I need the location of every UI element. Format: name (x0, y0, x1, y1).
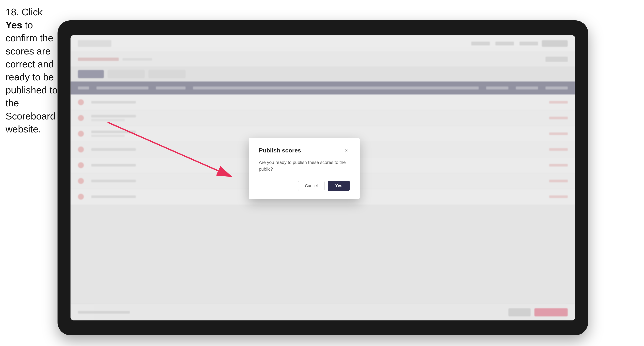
cancel-button[interactable]: Cancel (298, 180, 324, 191)
modal-title: Publish scores (259, 147, 301, 154)
step-number: 18. (6, 7, 19, 17)
modal-body-text: Are you ready to publish these scores to… (259, 159, 350, 173)
bold-yes: Yes (6, 20, 22, 30)
instruction-text: 18. Click Yes to confirm the scores are … (6, 5, 59, 136)
tablet-screen: Publish scores × Are you ready to publis… (70, 35, 575, 321)
publish-scores-modal: Publish scores × Are you ready to publis… (248, 138, 360, 199)
tablet-device: Publish scores × Are you ready to publis… (58, 20, 588, 335)
modal-close-button[interactable]: × (343, 147, 350, 154)
modal-header: Publish scores × (259, 147, 350, 154)
yes-button[interactable]: Yes (328, 180, 350, 191)
modal-overlay: Publish scores × Are you ready to publis… (70, 35, 575, 321)
modal-footer: Cancel Yes (259, 180, 350, 191)
